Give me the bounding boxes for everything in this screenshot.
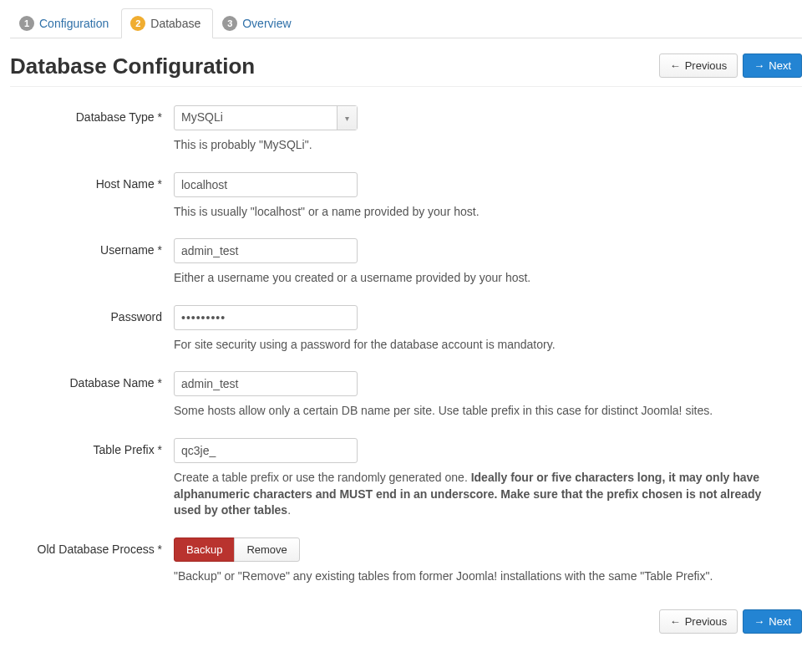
username-label: Username * [10, 238, 174, 287]
tab-step-badge: 3 [222, 16, 237, 31]
tab-step-badge: 1 [19, 16, 34, 31]
arrow-left-icon: ← [670, 615, 681, 628]
oldproc-help: "Backup" or "Remove" any existing tables… [174, 568, 775, 585]
dbtype-label: Database Type * [10, 105, 174, 154]
dbtype-selected: MySQLi [175, 106, 337, 130]
dbtype-select[interactable]: MySQLi ▾ [174, 105, 358, 130]
next-button-bottom[interactable]: → Next [743, 609, 802, 634]
arrow-right-icon: → [754, 615, 764, 628]
password-input[interactable] [174, 305, 358, 330]
previous-button[interactable]: ← Previous [659, 53, 738, 78]
arrow-left-icon: ← [670, 59, 681, 72]
tab-database[interactable]: 2 Database [121, 8, 213, 38]
password-help: For site security using a password for t… [174, 337, 775, 354]
prefix-label: Table Prefix * [10, 438, 174, 519]
chevron-down-icon: ▾ [337, 106, 357, 130]
tab-step-badge: 2 [130, 16, 145, 31]
dbname-label: Database Name * [10, 371, 174, 420]
previous-button-bottom[interactable]: ← Previous [659, 609, 738, 634]
wizard-tabs: 1 Configuration 2 Database 3 Overview [10, 0, 802, 38]
dbname-input[interactable] [174, 371, 358, 396]
password-label: Password [10, 305, 174, 354]
tab-label: Database [150, 17, 200, 30]
host-label: Host Name * [10, 172, 174, 221]
oldproc-label: Old Database Process * [10, 537, 174, 585]
prefix-input[interactable] [174, 438, 358, 463]
arrow-right-icon: → [754, 59, 764, 72]
tab-label: Overview [242, 17, 291, 30]
oldproc-toggle: Backup Remove [174, 537, 300, 562]
oldproc-remove-button[interactable]: Remove [234, 537, 299, 562]
host-input[interactable] [174, 172, 358, 197]
tab-overview[interactable]: 3 Overview [213, 8, 303, 38]
page-title: Database Configuration [10, 53, 255, 79]
page-header: Database Configuration ← Previous → Next [10, 53, 802, 87]
dbtype-help: This is probably "MySQLi". [174, 137, 775, 154]
oldproc-backup-button[interactable]: Backup [174, 537, 235, 562]
host-help: This is usually "localhost" or a name pr… [174, 204, 775, 221]
username-help: Either a username you created or a usern… [174, 270, 775, 287]
prefix-help: Create a table prefix or use the randoml… [174, 470, 775, 519]
username-input[interactable] [174, 238, 358, 263]
dbname-help: Some hosts allow only a certain DB name … [174, 403, 775, 420]
next-button[interactable]: → Next [743, 53, 802, 78]
tab-label: Configuration [39, 17, 109, 30]
tab-configuration[interactable]: 1 Configuration [10, 8, 121, 38]
